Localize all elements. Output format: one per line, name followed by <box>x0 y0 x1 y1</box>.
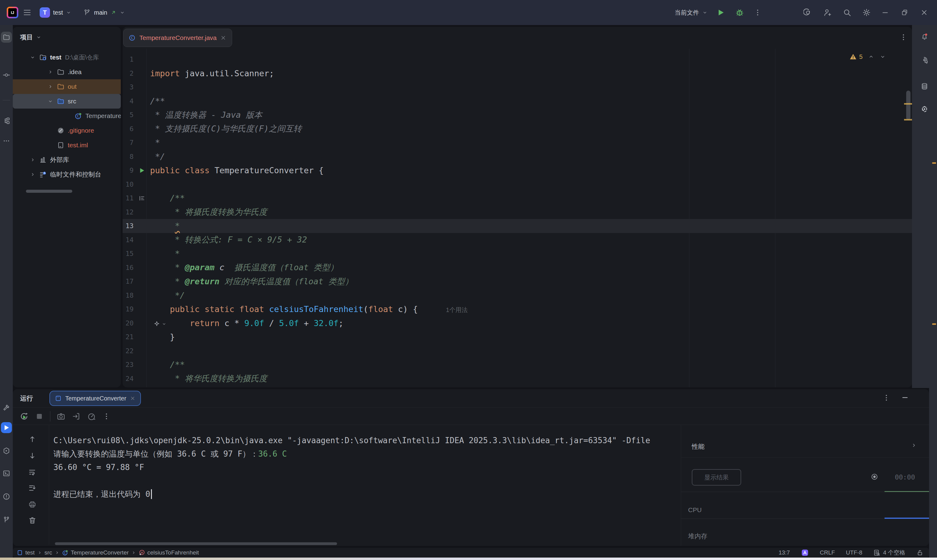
build-tool-button[interactable] <box>1 402 12 413</box>
editor-scrollbar[interactable] <box>906 91 911 120</box>
code-line[interactable]: 3 <box>123 80 912 94</box>
code-line[interactable]: 5 * 温度转换器 - Java 版本 <box>123 108 912 122</box>
editor-options-icon[interactable] <box>899 33 908 42</box>
more-actions-icon[interactable] <box>753 8 762 17</box>
code-line[interactable]: 6 * 支持摄氏度(C)与华氏度(F)之间互转 <box>123 122 912 136</box>
import-results-button[interactable] <box>72 412 81 421</box>
tree-item[interactable]: .idea <box>13 65 121 79</box>
code-line[interactable]: 13 * <box>123 219 912 233</box>
code-line[interactable]: 14 * 转换公式: F = C × 9/5 + 32 <box>123 233 912 247</box>
ai-status-icon[interactable] <box>801 549 809 557</box>
console-horizontal-scrollbar[interactable] <box>55 542 337 545</box>
code-line[interactable]: 12 * 将摄氏度转换为华氏度 <box>123 205 912 219</box>
code-line[interactable]: 23 /** <box>123 358 912 372</box>
project-widget[interactable]: T test <box>36 5 75 20</box>
terminal-tool-button[interactable] <box>1 468 12 479</box>
tree-item[interactable]: 临时文件和控制台 <box>13 167 121 182</box>
chevron-down-icon[interactable] <box>45 98 55 104</box>
tree-item[interactable]: 外部库 <box>13 152 121 167</box>
ai-assistant-tool-button[interactable] <box>919 104 930 115</box>
restore-button[interactable] <box>896 4 913 21</box>
chevron-down-icon[interactable] <box>36 34 42 40</box>
tree-item[interactable]: .gitignore <box>13 123 121 138</box>
indent-widget[interactable]: 4 个空格 <box>873 549 905 557</box>
run-config-selector[interactable]: 当前文件 <box>673 6 709 19</box>
code-line[interactable]: 10 <box>123 177 912 192</box>
soft-wrap-icon[interactable] <box>28 468 37 477</box>
breadcrumb-item[interactable]: CTemperatureConverter <box>62 549 129 556</box>
code-line[interactable]: 4/** <box>123 94 912 108</box>
code-line[interactable]: 16 * @param c 摄氏温度值（float 类型） <box>123 261 912 275</box>
code-line[interactable]: 22 <box>123 344 912 358</box>
chevron-right-icon[interactable] <box>28 157 38 163</box>
structure-tool-button[interactable] <box>1 115 12 126</box>
commit-tool-button[interactable] <box>1 69 12 80</box>
run-tool-button[interactable] <box>1 422 12 433</box>
code-line[interactable]: 17 * @return 对应的华氏温度值（float 类型） <box>123 274 912 289</box>
file-encoding[interactable]: UTF-8 <box>846 549 862 556</box>
breadcrumb-item[interactable]: mcelsiusToFahrenheit <box>138 549 199 556</box>
tree-item[interactable]: src <box>13 94 121 109</box>
run-options-icon[interactable] <box>882 394 891 402</box>
code-area[interactable]: 12import java.util.Scanner;34/**5 * 温度转换… <box>123 49 912 388</box>
database-tool-button[interactable] <box>919 81 930 92</box>
code-line[interactable]: 9public class TemperatureConverter { <box>123 163 912 177</box>
breadcrumb-item[interactable]: src <box>45 549 52 556</box>
prev-warning-icon[interactable] <box>868 54 874 60</box>
more-tools-button[interactable] <box>1 135 12 146</box>
code-line[interactable]: 15 * <box>123 247 912 261</box>
ai-chat-tool-button[interactable] <box>919 55 930 66</box>
run-gutter-icon[interactable] <box>134 167 150 174</box>
services-tool-button[interactable] <box>1 445 12 456</box>
close-tab-icon[interactable] <box>220 35 226 41</box>
unlock-icon[interactable] <box>916 549 923 556</box>
close-button[interactable] <box>915 4 933 21</box>
tree-item[interactable]: out <box>13 79 121 94</box>
toolbar-more-icon[interactable] <box>102 412 111 421</box>
breadcrumb-item[interactable]: test <box>17 549 35 556</box>
clear-console-icon[interactable] <box>28 516 37 525</box>
run-button[interactable] <box>716 8 725 17</box>
next-warning-icon[interactable] <box>880 54 886 60</box>
ai-assistant-icon[interactable] <box>803 8 812 17</box>
code-line[interactable]: 19 public static float celsiusToFahrenhe… <box>123 302 912 316</box>
main-menu-icon[interactable] <box>23 8 32 17</box>
tree-item[interactable]: CTemperatureConverter <box>13 109 121 123</box>
inspections-widget[interactable]: 5 <box>849 53 886 60</box>
close-run-tab-icon[interactable] <box>130 395 135 401</box>
code-line[interactable]: 21 } <box>123 330 912 344</box>
stop-button[interactable] <box>35 412 44 421</box>
git-tool-button[interactable] <box>1 514 12 525</box>
notifications-button[interactable] <box>919 31 930 42</box>
search-everywhere-icon[interactable] <box>842 8 852 17</box>
project-horizontal-scrollbar[interactable] <box>26 190 72 193</box>
next-occurrence-icon[interactable] <box>28 451 37 460</box>
chevron-right-icon[interactable] <box>45 84 55 89</box>
code-line[interactable]: 24 * 将华氏度转换为摄氏度 <box>123 372 912 386</box>
chevron-down-icon[interactable] <box>28 55 38 60</box>
code-line[interactable]: 2import java.util.Scanner; <box>123 66 912 80</box>
code-line[interactable]: 7 * <box>123 136 912 150</box>
chevron-right-icon[interactable] <box>28 172 38 177</box>
debug-button[interactable] <box>735 8 744 17</box>
vcs-widget[interactable]: main <box>79 6 128 19</box>
show-results-button[interactable]: 显示结果 <box>692 469 741 486</box>
snapshot-button[interactable] <box>57 412 66 421</box>
rerun-button[interactable] <box>20 412 29 421</box>
prev-occurrence-icon[interactable] <box>28 435 37 443</box>
ai-actions-inlay[interactable] <box>153 320 166 328</box>
code-line[interactable]: 18 */ <box>123 289 912 303</box>
run-tab[interactable]: TemperatureConverter <box>49 391 141 406</box>
code-line[interactable]: 20 return c * 9.0f / 5.0f + 32.0f; <box>123 316 912 330</box>
code-line[interactable]: 8 */ <box>123 150 912 164</box>
hide-panel-icon[interactable] <box>901 394 909 402</box>
code-line[interactable]: 1 <box>123 52 912 66</box>
caret-position[interactable]: 13:7 <box>779 549 790 556</box>
scroll-to-end-icon[interactable] <box>28 484 37 492</box>
print-icon[interactable] <box>28 500 37 509</box>
minimize-button[interactable] <box>877 4 894 21</box>
problems-tool-button[interactable] <box>1 491 12 502</box>
code-line[interactable]: 11 /** <box>123 191 912 205</box>
settings-icon[interactable] <box>862 8 871 17</box>
code-with-me-icon[interactable] <box>823 8 832 17</box>
